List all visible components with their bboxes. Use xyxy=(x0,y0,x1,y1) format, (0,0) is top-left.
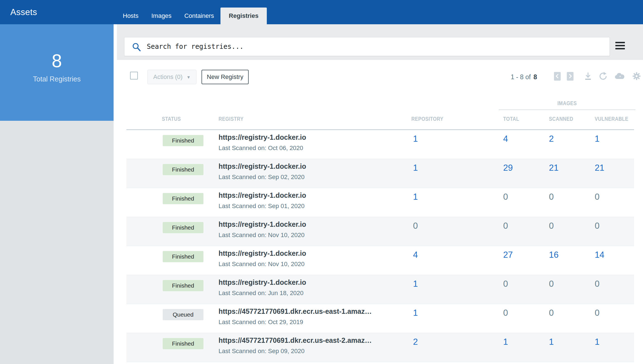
search-icon xyxy=(132,42,142,53)
sidebar: 8 Total Registries xyxy=(0,24,114,364)
repository-count-link[interactable]: 2 xyxy=(413,337,418,347)
toolbar-icons xyxy=(554,71,642,81)
registry-url[interactable]: https://registry-1.docker.io xyxy=(219,162,306,170)
registry-url[interactable]: https://457721770691.dkr.ecr.us-east-2.a… xyxy=(219,336,372,344)
images-total-link: 0 xyxy=(503,221,508,231)
total-registries-stat[interactable]: 8 Total Registries xyxy=(0,24,114,121)
search-box xyxy=(124,37,610,56)
last-scanned-text: Last Scanned on: Nov 10, 2020 xyxy=(219,232,304,239)
status-badge: Finished xyxy=(163,135,203,146)
images-total-link[interactable]: 4 xyxy=(503,134,508,144)
actions-label: Actions (0) xyxy=(153,73,183,81)
images-scanned-link[interactable]: 16 xyxy=(549,250,558,260)
new-registry-label: New Registry xyxy=(207,73,243,81)
images-total-link[interactable]: 27 xyxy=(503,250,513,260)
table-row: Finished https://registry-1.docker.io La… xyxy=(126,275,634,304)
tab-images[interactable]: Images xyxy=(145,8,178,24)
status-badge: Finished xyxy=(163,338,203,349)
prev-page-icon[interactable] xyxy=(554,72,561,81)
menu-icon[interactable] xyxy=(615,42,625,51)
stat-label: Total Registries xyxy=(33,75,81,83)
table-row: Queued https://457721770691.dkr.ecr.us-e… xyxy=(126,304,634,333)
images-scanned-link[interactable]: 21 xyxy=(549,163,558,173)
next-page-icon[interactable] xyxy=(567,72,574,81)
images-vulnerable-link: 0 xyxy=(595,308,599,318)
table-row: Finished https://registry-1.docker.io La… xyxy=(126,159,634,188)
registry-url[interactable]: https://registry-1.docker.io xyxy=(219,278,306,286)
stat-value: 8 xyxy=(52,51,62,71)
column-header-scanned[interactable]: SCANNED xyxy=(549,116,573,122)
images-vulnerable-link[interactable]: 1 xyxy=(595,134,599,144)
gear-icon[interactable] xyxy=(632,71,642,81)
table-row: Finished https://registry-1.docker.io La… xyxy=(126,217,634,246)
images-scanned-link: 0 xyxy=(549,192,554,202)
images-vulnerable-link[interactable]: 14 xyxy=(595,250,604,260)
status-badge: Finished xyxy=(163,164,203,175)
tab-hosts[interactable]: Hosts xyxy=(116,8,145,24)
cloud-icon[interactable] xyxy=(614,72,625,80)
last-scanned-text: Last Scanned on: Sep 02, 2020 xyxy=(219,173,304,181)
status-badge: Finished xyxy=(163,222,203,233)
app-header: Assets Hosts Images Containers Registrie… xyxy=(0,0,643,24)
new-registry-button[interactable]: New Registry xyxy=(201,70,249,84)
table-row: Finished https://registry-1.docker.io La… xyxy=(126,130,634,159)
tab-registries[interactable]: Registries xyxy=(220,8,267,24)
column-header-vulnerable[interactable]: VULNERABLE xyxy=(595,116,628,122)
images-scanned-link[interactable]: 1 xyxy=(549,337,554,347)
repository-count-link[interactable]: 4 xyxy=(413,250,418,260)
chevron-down-icon: ▼ xyxy=(186,75,191,79)
main-content: Actions (0) ▼ New Registry 1 - 8 of 8 xyxy=(117,24,643,364)
last-scanned-text: Last Scanned on: Sep 09, 2020 xyxy=(219,348,304,355)
column-header-registry[interactable]: REGISTRY xyxy=(219,116,244,122)
images-group-divider xyxy=(499,110,635,110)
page-title: Assets xyxy=(10,0,37,24)
repository-count-link[interactable]: 1 xyxy=(413,279,418,289)
registry-url[interactable]: https://registry-1.docker.io xyxy=(219,249,306,257)
registries-table: Finished https://registry-1.docker.io La… xyxy=(126,130,634,362)
repository-count-link[interactable]: 1 xyxy=(413,192,418,202)
select-all-checkbox[interactable] xyxy=(130,72,138,79)
registry-url[interactable]: https://457721770691.dkr.ecr.us-east-1.a… xyxy=(219,307,372,315)
last-scanned-text: Last Scanned on: Nov 10, 2020 xyxy=(219,261,304,268)
status-badge: Finished xyxy=(163,251,203,262)
pagination: 1 - 8 of 8 xyxy=(511,70,537,84)
pagination-range: 1 - 8 of xyxy=(511,73,531,81)
images-vulnerable-link: 0 xyxy=(595,221,599,231)
images-group-header: IMAGES xyxy=(509,100,625,107)
last-scanned-text: Last Scanned on: Oct 06, 2020 xyxy=(219,144,303,152)
actions-dropdown[interactable]: Actions (0) ▼ xyxy=(147,70,196,84)
tab-bar: Hosts Images Containers Registries xyxy=(116,8,267,24)
images-scanned-link: 0 xyxy=(549,221,554,231)
last-scanned-text: Last Scanned on: Oct 29, 2019 xyxy=(219,319,303,326)
images-total-link: 0 xyxy=(503,279,508,289)
status-badge: Finished xyxy=(163,193,203,204)
download-icon[interactable] xyxy=(584,71,592,81)
table-row: Finished https://registry-1.docker.io La… xyxy=(126,188,634,217)
column-header-total[interactable]: TOTAL xyxy=(503,116,519,122)
images-scanned-link: 0 xyxy=(549,279,554,289)
last-scanned-text: Last Scanned on: Sep 01, 2020 xyxy=(219,203,304,210)
repository-count-link[interactable]: 1 xyxy=(413,134,418,144)
images-vulnerable-link[interactable]: 21 xyxy=(595,163,604,173)
images-total-link[interactable]: 1 xyxy=(503,337,508,347)
registry-url[interactable]: https://registry-1.docker.io xyxy=(219,191,306,199)
status-badge: Queued xyxy=(163,309,203,320)
registry-url[interactable]: https://registry-1.docker.io xyxy=(219,133,306,141)
repository-count-link[interactable]: 1 xyxy=(413,308,418,318)
column-header-status[interactable]: STATUS xyxy=(162,116,181,122)
search-input[interactable] xyxy=(147,37,593,56)
refresh-icon[interactable] xyxy=(599,71,608,81)
status-badge: Finished xyxy=(163,280,203,291)
repository-count-link: 0 xyxy=(413,221,418,231)
images-total-link: 0 xyxy=(503,192,508,202)
images-vulnerable-link[interactable]: 1 xyxy=(595,337,599,347)
images-scanned-link[interactable]: 2 xyxy=(549,134,554,144)
registry-url[interactable]: https://registry-1.docker.io xyxy=(219,220,306,228)
images-vulnerable-link: 0 xyxy=(595,279,599,289)
repository-count-link[interactable]: 1 xyxy=(413,163,418,173)
images-total-link[interactable]: 29 xyxy=(503,163,513,173)
tab-containers[interactable]: Containers xyxy=(178,8,220,24)
column-header-repository[interactable]: REPOSITORY xyxy=(411,116,443,122)
pagination-total: 8 xyxy=(534,73,537,81)
images-vulnerable-link: 0 xyxy=(595,192,599,202)
